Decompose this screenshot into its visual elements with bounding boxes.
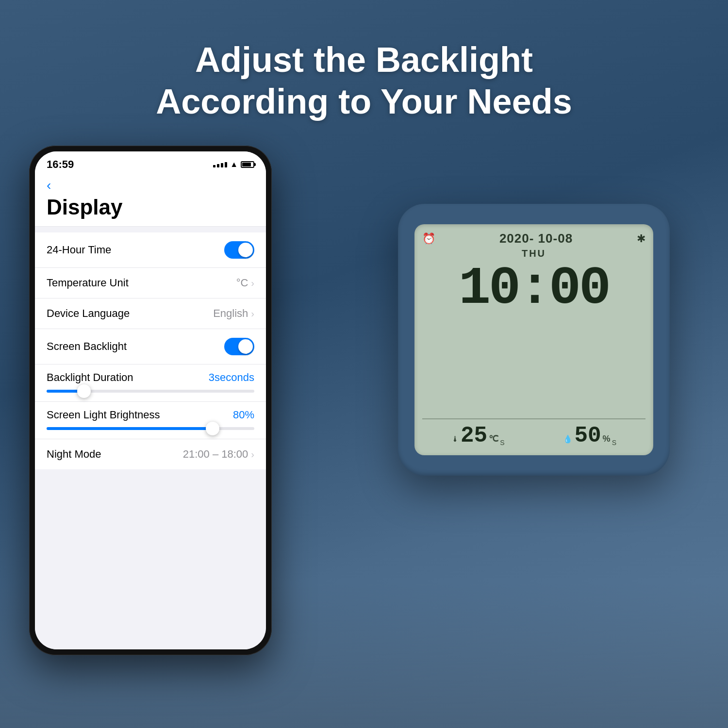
screen-brightness-header: Screen Light Brightness 80% [47, 409, 254, 421]
droplet-icon: 💧 [563, 434, 573, 444]
label-night-mode: Night Mode [47, 448, 101, 461]
clock-temperature: 🌡 25 ℃ S [451, 423, 505, 448]
screen-brightness-value: 80% [233, 409, 254, 421]
app-header: ‹ Display [35, 175, 266, 227]
clock-day: THU [422, 248, 646, 259]
wifi-icon: ▲ [230, 160, 238, 169]
battery-icon [241, 161, 254, 168]
backlight-duration-thumb[interactable] [77, 384, 91, 398]
clock-humidity-value: 50 [574, 423, 601, 448]
clock-temp-subscript: S [500, 439, 504, 447]
language-value: English [213, 307, 248, 320]
label-24hour-time: 24-Hour Time [47, 244, 111, 256]
clock-temp-value: 25 [461, 423, 487, 448]
phone-body: 16:59 ▲ ‹ Display [29, 146, 272, 655]
chevron-icon-night-mode: › [251, 449, 254, 460]
settings-group-main: 24-Hour Time Temperature Unit °C › [35, 232, 266, 469]
label-screen-backlight: Screen Backlight [47, 340, 127, 353]
label-backlight-duration: Backlight Duration [47, 371, 133, 384]
phone-device: 16:59 ▲ ‹ Display [29, 146, 272, 655]
clock-humidity-unit: % [603, 434, 611, 444]
toggle-knob-backlight [238, 339, 253, 354]
toggle-screen-backlight[interactable] [224, 338, 254, 355]
value-device-language: English › [213, 307, 254, 320]
backlight-duration-header: Backlight Duration 3seconds [47, 371, 254, 384]
row-screen-brightness: Screen Light Brightness 80% [35, 402, 266, 439]
row-24hour-time[interactable]: 24-Hour Time [35, 232, 266, 268]
row-temp-unit[interactable]: Temperature Unit °C › [35, 268, 266, 298]
value-temp-unit: °C › [236, 277, 254, 289]
clock-alarm-icon: ⏰ [422, 232, 435, 245]
bluetooth-icon: ✱ [637, 232, 645, 245]
screen-brightness-slider[interactable] [47, 427, 254, 430]
clock-humidity: 💧 50 % S [563, 423, 616, 448]
clock-date: 2020- 10-08 [499, 231, 573, 246]
label-temp-unit: Temperature Unit [47, 277, 129, 289]
screen-brightness-fill [47, 427, 213, 430]
signal-icon [213, 162, 227, 167]
chevron-icon-language: › [251, 308, 254, 319]
row-night-mode[interactable]: Night Mode 21:00 – 18:00 › [35, 439, 266, 469]
backlight-duration-slider[interactable] [47, 390, 254, 393]
phone-screen: 16:59 ▲ ‹ Display [35, 151, 266, 649]
temp-unit-value: °C [236, 277, 248, 289]
value-night-mode: 21:00 – 18:00 › [183, 448, 254, 461]
clock-top-bar: ⏰ 2020- 10-08 ✱ [422, 231, 646, 246]
row-screen-backlight[interactable]: Screen Backlight [35, 329, 266, 364]
clock-device: ⏰ 2020- 10-08 ✱ THU 10:00 🌡 25 ℃ S 💧 50 [398, 204, 670, 476]
row-backlight-duration: Backlight Duration 3seconds [35, 364, 266, 402]
status-bar: 16:59 ▲ [35, 151, 266, 175]
row-device-language[interactable]: Device Language English › [35, 298, 266, 329]
status-icons: ▲ [213, 160, 254, 169]
clock-humidity-subscript: S [612, 439, 616, 447]
page-title: Display [47, 195, 254, 219]
label-device-language: Device Language [47, 307, 130, 320]
clock-bottom: 🌡 25 ℃ S 💧 50 % S [422, 418, 646, 448]
chevron-icon-temp: › [251, 278, 254, 289]
thermometer-icon: 🌡 [451, 435, 459, 444]
settings-list: 24-Hour Time Temperature Unit °C › [35, 227, 266, 649]
clock-temp-unit: ℃ [489, 433, 498, 444]
clock-body: ⏰ 2020- 10-08 ✱ THU 10:00 🌡 25 ℃ S 💧 50 [398, 204, 670, 476]
label-screen-brightness: Screen Light Brightness [47, 409, 160, 421]
header-line2: According to Your Needs [0, 81, 728, 122]
backlight-duration-value: 3seconds [209, 371, 254, 384]
clock-time: 10:00 [422, 262, 646, 315]
night-mode-value: 21:00 – 18:00 [183, 448, 248, 461]
toggle-knob-24hour [238, 243, 253, 257]
header-line1: Adjust the Backlight [0, 39, 728, 81]
clock-screen: ⏰ 2020- 10-08 ✱ THU 10:00 🌡 25 ℃ S 💧 50 [414, 224, 654, 455]
screen-brightness-thumb[interactable] [206, 422, 219, 435]
status-time: 16:59 [47, 158, 74, 171]
back-button[interactable]: ‹ [47, 178, 254, 193]
toggle-24hour-time[interactable] [224, 241, 254, 259]
header-section: Adjust the Backlight According to Your N… [0, 39, 728, 123]
